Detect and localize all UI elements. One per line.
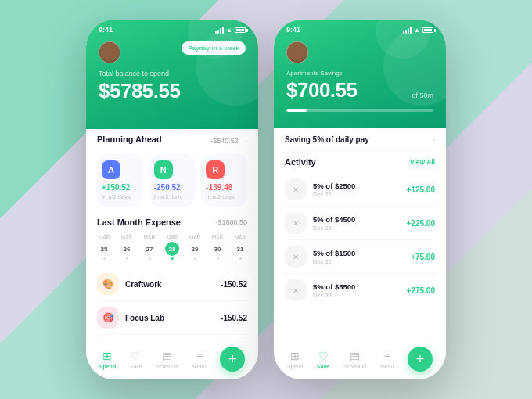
activity-date-2: Dec 35 bbox=[313, 258, 411, 265]
expense-name-0: Craftwork bbox=[125, 280, 221, 289]
view-all-link[interactable]: View All bbox=[410, 158, 435, 166]
planning-title: Planning Ahead bbox=[97, 135, 162, 144]
status-icons-2: ▲ bbox=[403, 27, 433, 34]
activity-info-1: 5% of $4500 Dec 35 bbox=[313, 215, 407, 232]
add-button-2[interactable]: + bbox=[408, 347, 433, 372]
menu-icon-1: ≡ bbox=[196, 350, 203, 362]
nav-menu-label-2: Menu bbox=[380, 364, 394, 369]
phone-1: 9:41 ▲ Payday in a week Total bal bbox=[86, 20, 258, 379]
savings-progress-fill bbox=[286, 109, 307, 112]
battery-icon-2 bbox=[422, 27, 433, 33]
activity-name-0: 5% of $2500 bbox=[313, 182, 407, 190]
activity-name-2: 5% of $1500 bbox=[313, 249, 411, 257]
signal-icon-2 bbox=[403, 27, 412, 34]
nav-spend-label-1: Spend bbox=[99, 364, 116, 369]
plan-card-2[interactable]: R -139.48 In a 2 days bbox=[201, 154, 247, 207]
cal-day-6: MAR 31 bbox=[233, 235, 247, 260]
spend-icon-2: ⊞ bbox=[290, 350, 300, 362]
activity-item-1[interactable]: ✕ 5% of $4500 Dec 35 +225.00 bbox=[285, 207, 435, 240]
nav-spend-2[interactable]: ⊞ Spend bbox=[287, 350, 303, 369]
wifi-icon-2: ▲ bbox=[414, 27, 420, 34]
menu-icon-2: ≡ bbox=[384, 350, 390, 362]
cal-dot-5 bbox=[217, 257, 219, 260]
phone2-body: Saving 5% of daily pay › Activity View A… bbox=[274, 120, 446, 340]
nav-spend-1[interactable]: ⊞ Spend bbox=[99, 350, 116, 369]
cal-dot-3 bbox=[171, 257, 174, 260]
plan-card-0[interactable]: A +150.52 In a 2 days bbox=[97, 154, 143, 207]
nav-menu-label-1: Menu bbox=[192, 364, 207, 369]
expense-title: Last Month Expense bbox=[97, 217, 181, 227]
add-button-1[interactable]: + bbox=[220, 347, 245, 372]
savings-goal: of 50m bbox=[412, 92, 433, 102]
avatar-2 bbox=[286, 41, 308, 63]
status-icons-1: ▲ bbox=[215, 27, 246, 34]
activity-icon-3: ✕ bbox=[285, 279, 307, 301]
wifi-icon-1: ▲ bbox=[226, 27, 232, 34]
saving-daily-text: Saving 5% of daily pay bbox=[285, 135, 369, 144]
nav-schedule-2[interactable]: ▤ Schedule bbox=[343, 350, 366, 369]
plan-date-2: In a 2 days bbox=[206, 193, 235, 200]
signal-icon-1 bbox=[215, 27, 224, 34]
expense-section: Last Month Expense -$1800.50 MAR 25 MAR … bbox=[97, 217, 247, 340]
plan-amount-2: -139.48 bbox=[206, 183, 232, 192]
bottom-nav-1: ⊞ Spend ♡ Save ▤ Schedule ≡ Menu + bbox=[86, 340, 258, 379]
cal-day-2: MAR 27 bbox=[142, 235, 156, 260]
activity-icon-2: ✕ bbox=[285, 246, 307, 268]
schedule-icon-2: ▤ bbox=[350, 350, 360, 362]
saving-daily-chevron: › bbox=[433, 136, 435, 144]
activity-header: Activity View All bbox=[285, 157, 435, 167]
plan-icon-1: N bbox=[154, 160, 173, 179]
expense-name-1: Focus Lab bbox=[125, 314, 221, 322]
nav-schedule-1[interactable]: ▤ Schedule bbox=[156, 350, 178, 369]
nav-save-label-2: Save bbox=[317, 364, 329, 369]
save-icon: ♡ bbox=[131, 350, 141, 362]
time-1: 9:41 bbox=[99, 26, 113, 34]
plan-card-1[interactable]: N -250.52 In a 2 days bbox=[149, 154, 196, 207]
expense-amount-0: -150.52 bbox=[221, 280, 247, 289]
balance-label-1: Total balance to spend bbox=[99, 70, 246, 77]
planning-cards: A +150.52 In a 2 days N -250.52 In a 2 d… bbox=[97, 154, 247, 207]
planning-section-header: Planning Ahead -$540.52 › bbox=[97, 132, 247, 146]
savings-label: Apartments Savings bbox=[286, 70, 433, 77]
activity-item-2[interactable]: ✕ 5% of $1500 Dec 35 +75.00 bbox=[285, 240, 435, 274]
nav-menu-1[interactable]: ≡ Menu bbox=[192, 350, 207, 369]
bottom-nav-2: ⊞ Spend ♡ Save ▤ Schedule ≡ Menu + bbox=[274, 340, 446, 379]
expense-amount-1: -150.52 bbox=[221, 314, 247, 322]
time-2: 9:41 bbox=[286, 26, 300, 34]
nav-save-1[interactable]: ♡ Save bbox=[130, 350, 142, 369]
avatar-1 bbox=[99, 41, 120, 63]
cal-dot-1 bbox=[126, 257, 128, 260]
avatar-face-2 bbox=[287, 42, 307, 63]
schedule-icon: ▤ bbox=[162, 350, 172, 362]
nav-schedule-label-1: Schedule bbox=[156, 364, 178, 369]
spend-icon: ⊞ bbox=[102, 350, 112, 362]
expense-item-1[interactable]: 🎯 Focus Lab -150.52 bbox=[97, 301, 247, 335]
save-icon-2: ♡ bbox=[318, 350, 329, 362]
plan-icon-0: A bbox=[102, 160, 120, 179]
cal-day-3: MAR 28 bbox=[165, 235, 179, 260]
plan-amount-0: +150.52 bbox=[102, 183, 130, 192]
status-bar-2: 9:41 ▲ bbox=[274, 20, 446, 34]
nav-spend-label-2: Spend bbox=[287, 364, 303, 369]
calendar-row: MAR 25 MAR 26 MAR 27 MA bbox=[97, 235, 247, 260]
expense-item-0[interactable]: 🎨 Craftwork -150.52 bbox=[97, 268, 247, 301]
expense-icon-1: 🎯 bbox=[97, 307, 119, 329]
nav-schedule-label-2: Schedule bbox=[343, 364, 366, 369]
plan-amount-1: -250.52 bbox=[154, 183, 181, 192]
activity-date-1: Dec 35 bbox=[313, 225, 407, 232]
nav-menu-2[interactable]: ≡ Menu bbox=[380, 350, 394, 369]
nav-save-2[interactable]: ♡ Save bbox=[317, 350, 329, 369]
cal-dot-0 bbox=[103, 257, 106, 260]
saving-daily-row[interactable]: Saving 5% of daily pay › bbox=[285, 129, 435, 151]
phone1-header: Payday in a week Total balance to spend … bbox=[86, 20, 258, 129]
planning-section-right: -$540.52 › bbox=[210, 132, 247, 146]
planning-amount: -$540.52 bbox=[210, 137, 239, 145]
activity-date-3: Dec 35 bbox=[313, 292, 407, 299]
cal-day-1: MAR 26 bbox=[120, 235, 134, 260]
activity-item-0[interactable]: ✕ 5% of $2500 Dec 25 +125.00 bbox=[285, 173, 435, 207]
plan-date-0: In a 2 days bbox=[102, 193, 131, 200]
activity-item-3[interactable]: ✕ 5% of $5500 Dec 35 +275.00 bbox=[285, 274, 435, 307]
activity-amount-2: +75.00 bbox=[411, 253, 435, 261]
phones-container: 9:41 ▲ Payday in a week Total bal bbox=[86, 20, 446, 379]
activity-date-0: Dec 25 bbox=[313, 191, 407, 198]
